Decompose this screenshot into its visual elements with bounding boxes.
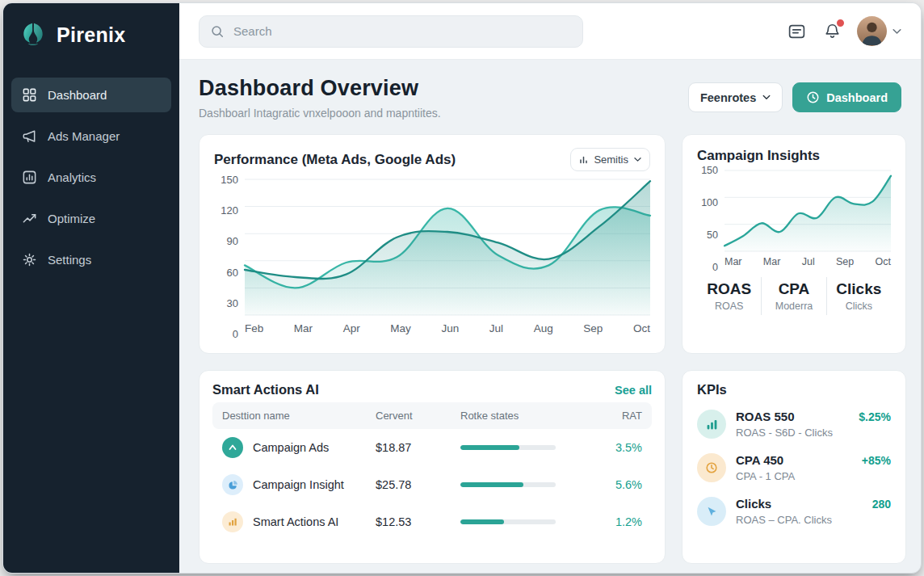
- campaign-insights-card: Campaign Insights 150 100 50 0 Mar: [682, 134, 906, 354]
- megaphone-icon: [22, 128, 37, 144]
- dashboard-button-label: Dashboard: [826, 91, 888, 104]
- bar-chart-icon: [697, 410, 726, 439]
- x-tick: Sep: [583, 322, 603, 334]
- notifications-button[interactable]: [822, 21, 842, 41]
- page-actions: Feenrotes Dashboard: [688, 82, 901, 112]
- kpi-item[interactable]: CPA 450 +85% CPA - 1 CPA: [697, 446, 891, 490]
- sidebar-item-dashboard[interactable]: Dashboard: [11, 78, 171, 112]
- sidebar-item-analytics[interactable]: Analytics: [11, 160, 171, 195]
- row-name: Campaign Insight: [253, 478, 344, 491]
- kpi-value: $.25%: [859, 410, 891, 423]
- insights-chart-wrap: 150 100 50 0 Mar Mar Jul Sep: [697, 170, 891, 267]
- y-tick: 50: [697, 229, 718, 241]
- sidebar-item-settings[interactable]: Settings: [11, 242, 171, 277]
- kpi-subtitle: ROAS – CPA. Clicks: [736, 514, 891, 526]
- content: Dashboard Overview Dashboarl Intagratic …: [179, 60, 921, 573]
- pie-chart-icon: [222, 474, 243, 495]
- clock-icon: [697, 453, 726, 482]
- chevron-down-icon: [762, 95, 771, 100]
- insights-x-axis: Mar Mar Jul Sep Oct: [724, 256, 891, 267]
- sidebar-item-ads-manager[interactable]: Ads Manager: [11, 119, 171, 153]
- stat-clicks: Clicks Clicks: [826, 277, 891, 315]
- table-row[interactable]: Campaign Insight $25.78 5.6%: [212, 466, 652, 503]
- kpi-subtitle: CPA - 1 CPA: [736, 470, 891, 482]
- analytics-icon: [22, 170, 37, 185]
- kpi-title: CPA 450: [736, 453, 783, 467]
- messages-button[interactable]: [786, 21, 808, 42]
- x-tick: Jul: [802, 256, 815, 267]
- x-tick: Sep: [836, 256, 854, 267]
- row-progress: [460, 445, 594, 450]
- x-tick: Jun: [441, 322, 459, 334]
- y-tick: 0: [214, 328, 238, 340]
- stat-label: ROAS: [699, 301, 759, 312]
- logo-icon: [18, 19, 48, 50]
- y-tick: 150: [697, 165, 718, 176]
- stat-value: Clicks: [829, 280, 889, 298]
- performance-chart: [245, 179, 650, 315]
- grid-icon: [22, 87, 37, 103]
- stat-label: Moderra: [763, 301, 824, 312]
- kpi-item[interactable]: Clicks 280 ROAS – CPA. Clicks: [697, 490, 891, 533]
- table-row[interactable]: Smart Actions AI $12.53 1.2%: [212, 503, 652, 540]
- row-value: $18.87: [376, 441, 460, 454]
- row-value: $12.53: [376, 515, 460, 528]
- notification-badge: [835, 18, 846, 28]
- messages-icon: [788, 23, 806, 40]
- performance-dropdown-label: Semitis: [594, 153, 628, 166]
- page-subtitle: Dashboarl Intagratic vnxelpooon and mapn…: [199, 107, 441, 120]
- chart-mini-icon: [579, 155, 588, 164]
- table-row[interactable]: Campaign Ads $18.87 3.5%: [212, 429, 652, 466]
- clock-icon: [806, 90, 820, 104]
- kpis-card: KPIs ROAS 550 $.25% ROAS - S6D - Clicks: [682, 370, 906, 564]
- kpis-title: KPIs: [697, 382, 891, 397]
- topbar-actions: [786, 16, 901, 46]
- sidebar-item-label: Optimize: [48, 212, 95, 225]
- kpi-value: +85%: [862, 454, 891, 467]
- insights-y-axis: 150 100 50 0: [697, 165, 718, 273]
- performance-x-axis: Feb Mar Apr May Jun Jul Aug Sep Oct: [245, 322, 650, 334]
- search-input[interactable]: [233, 24, 572, 38]
- campaign-insights-title: Campaign Insights: [697, 148, 820, 164]
- x-tick: Apr: [343, 322, 360, 334]
- y-tick: 90: [214, 235, 238, 247]
- y-tick: 100: [697, 197, 718, 208]
- user-menu[interactable]: [857, 16, 901, 46]
- x-tick: Mar: [763, 256, 781, 267]
- filter-dropdown-button[interactable]: Feenrotes: [688, 82, 783, 112]
- y-tick: 120: [214, 204, 238, 217]
- chevron-down-icon: [634, 157, 641, 162]
- logo: Pirenix: [3, 3, 179, 78]
- sidebar-item-label: Ads Manager: [48, 129, 120, 143]
- insights-stats: ROAS ROAS CPA Moderra Clicks Clicks: [697, 277, 891, 315]
- table-header: Desttion name Cervent Rotke states RAT: [212, 402, 652, 429]
- dashboard-grid: Performance (Meta Ads, Google Ads) Semit…: [199, 134, 901, 564]
- dashboard-button[interactable]: Dashboard: [792, 82, 901, 112]
- cursor-icon: [697, 497, 726, 526]
- x-tick: Feb: [245, 322, 263, 334]
- y-tick: 150: [214, 174, 238, 186]
- sidebar-item-optimize[interactable]: Optimize: [11, 201, 171, 236]
- kpi-title: ROAS 550: [736, 410, 795, 423]
- arrow-up-icon: [222, 437, 243, 458]
- row-name: Smart Actions AI: [253, 515, 338, 528]
- sidebar-item-label: Analytics: [48, 170, 96, 184]
- x-tick: Oct: [876, 256, 891, 267]
- performance-y-axis: 150 120 90 60 30 0: [214, 174, 238, 340]
- chevron-down-icon: [892, 28, 901, 35]
- gear-icon: [22, 252, 37, 267]
- row-progress: [460, 519, 594, 524]
- performance-chart-wrap: 150 120 90 60 30 0 Feb Mar: [214, 179, 650, 334]
- stat-roas: ROAS ROAS: [697, 277, 761, 315]
- see-all-link[interactable]: See all: [615, 384, 652, 397]
- filter-dropdown-label: Feenrotes: [700, 91, 756, 104]
- y-tick: 0: [697, 262, 718, 273]
- performance-dropdown[interactable]: Semitis: [570, 148, 650, 171]
- kpi-item[interactable]: ROAS 550 $.25% ROAS - S6D - Clicks: [697, 402, 891, 446]
- stat-value: CPA: [763, 280, 824, 298]
- smart-actions-title: Smart Actions AI: [212, 382, 319, 397]
- row-rate: 3.5%: [594, 441, 642, 454]
- search-box[interactable]: [199, 15, 583, 48]
- column-header: RAT: [594, 410, 642, 422]
- stat-value: ROAS: [699, 280, 759, 298]
